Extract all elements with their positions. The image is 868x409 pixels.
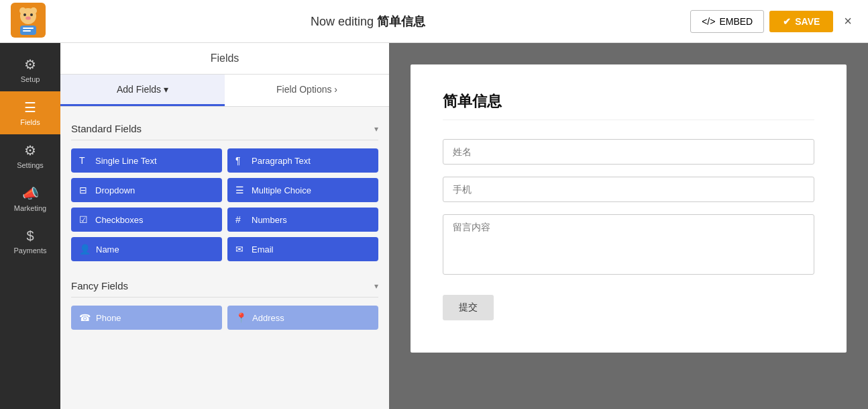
- message-field-wrapper: [443, 214, 814, 277]
- embed-button[interactable]: </> EMBED: [690, 10, 764, 33]
- person-icon: 👤: [79, 244, 91, 255]
- text-icon: T: [79, 155, 90, 166]
- tab-add-fields[interactable]: Add Fields ▾: [60, 75, 225, 106]
- phone-icon: ☎: [79, 312, 91, 323]
- paragraph-text-button[interactable]: ¶ Paragraph Text: [227, 148, 378, 173]
- gear-icon: ⚙: [24, 56, 36, 73]
- svg-point-5: [30, 13, 33, 16]
- dollar-icon: $: [26, 228, 34, 244]
- save-button[interactable]: ✔ SAVE: [769, 11, 833, 32]
- paragraph-icon: ¶: [235, 155, 246, 166]
- main-layout: ⚙ Setup ☰ Fields ⚙ Settings 📣 Marketing …: [0, 43, 868, 409]
- svg-point-3: [30, 7, 37, 14]
- sidebar: ⚙ Setup ☰ Fields ⚙ Settings 📣 Marketing …: [0, 43, 60, 409]
- single-line-text-button[interactable]: T Single Line Text: [71, 148, 222, 173]
- sidebar-item-setup[interactable]: ⚙ Setup: [0, 48, 60, 91]
- fields-scroll[interactable]: Standard Fields ▾ T Single Line Text ¶ P…: [60, 107, 389, 409]
- name-input[interactable]: [443, 139, 814, 165]
- settings-icon: ⚙: [24, 142, 36, 158]
- chevron-right-icon: ›: [334, 84, 337, 95]
- checkmark-icon: ✔: [783, 16, 791, 27]
- embed-code-icon: </>: [702, 16, 715, 27]
- phone-input[interactable]: [443, 177, 814, 202]
- checkbox-icon: ☑: [79, 214, 90, 225]
- logo: [11, 3, 46, 40]
- svg-rect-9: [23, 30, 31, 32]
- sidebar-item-label: Fields: [20, 118, 40, 126]
- standard-fields-grid: T Single Line Text ¶ Paragraph Text ⊟ Dr…: [71, 148, 378, 261]
- list-icon: ☰: [235, 185, 246, 195]
- fields-panel: Fields Add Fields ▾ Field Options › Stan…: [60, 43, 389, 409]
- fancy-fields-title: Fancy Fields: [71, 280, 128, 291]
- fancy-fields-chevron: ▾: [374, 281, 378, 291]
- dropdown-button[interactable]: ⊟ Dropdown: [71, 178, 222, 202]
- name-button[interactable]: 👤 Name: [71, 237, 222, 261]
- sidebar-item-label: Settings: [17, 161, 44, 169]
- top-bar-actions: </> EMBED ✔ SAVE ×: [690, 8, 857, 34]
- address-icon: 📍: [235, 312, 247, 323]
- editing-title: Now editing 简单信息: [311, 13, 425, 30]
- preview-area: 简单信息 提交: [389, 43, 868, 409]
- submit-button[interactable]: 提交: [443, 295, 494, 320]
- tab-field-options[interactable]: Field Options ›: [225, 75, 389, 106]
- message-textarea[interactable]: [443, 214, 814, 275]
- fields-panel-tabs: Add Fields ▾ Field Options ›: [60, 75, 389, 107]
- multiple-choice-button[interactable]: ☰ Multiple Choice: [227, 178, 378, 202]
- form-title: 简单信息: [443, 91, 814, 120]
- standard-fields-chevron: ▾: [374, 124, 378, 134]
- svg-point-4: [23, 13, 26, 16]
- svg-point-6: [25, 16, 31, 19]
- numbers-button[interactable]: # Numbers: [227, 208, 378, 232]
- standard-fields-title: Standard Fields: [71, 123, 142, 134]
- phone-button[interactable]: ☎ Phone: [71, 306, 222, 330]
- sidebar-item-settings[interactable]: ⚙ Settings: [0, 134, 60, 177]
- sidebar-item-label: Setup: [21, 75, 40, 83]
- fields-panel-header: Fields: [60, 43, 389, 75]
- sidebar-item-payments[interactable]: $ Payments: [0, 220, 60, 263]
- address-button[interactable]: 📍 Address: [227, 306, 378, 330]
- svg-rect-8: [23, 28, 34, 29]
- sidebar-item-fields[interactable]: ☰ Fields: [0, 91, 60, 134]
- chevron-down-icon: ▾: [164, 84, 168, 95]
- fancy-fields-grid: ☎ Phone 📍 Address: [71, 306, 378, 330]
- megaphone-icon: 📣: [22, 185, 39, 201]
- close-button[interactable]: ×: [838, 8, 857, 34]
- name-field-wrapper: [443, 139, 814, 165]
- fancy-fields-section-header: Fancy Fields ▾: [71, 275, 378, 298]
- top-bar: Now editing 简单信息 </> EMBED ✔ SAVE ×: [0, 0, 868, 43]
- checkboxes-button[interactable]: ☑ Checkboxes: [71, 208, 222, 232]
- form-preview: 简单信息 提交: [411, 64, 847, 353]
- dropdown-icon: ⊟: [79, 185, 90, 195]
- hash-icon: #: [235, 214, 246, 225]
- email-button[interactable]: ✉ Email: [227, 237, 378, 261]
- sidebar-item-marketing[interactable]: 📣 Marketing: [0, 177, 60, 220]
- email-icon: ✉: [235, 244, 246, 255]
- sidebar-item-label: Payments: [14, 246, 47, 255]
- svg-point-2: [19, 7, 26, 14]
- sidebar-item-label: Marketing: [14, 204, 46, 212]
- fields-icon: ☰: [24, 99, 36, 116]
- standard-fields-section-header: Standard Fields ▾: [71, 118, 378, 140]
- phone-field-wrapper: [443, 177, 814, 202]
